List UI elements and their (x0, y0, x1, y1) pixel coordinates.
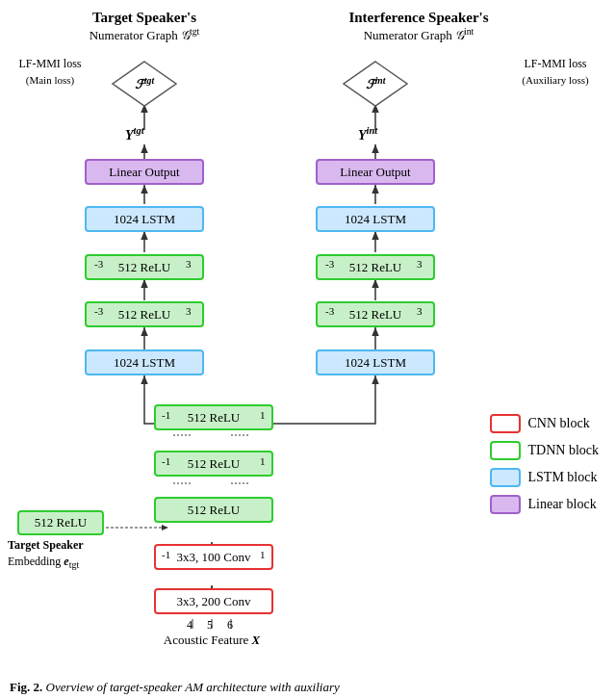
shared-relu1-minus1: -1 (162, 455, 170, 467)
int-lstm1: 1024 LSTM (316, 349, 435, 375)
axis-label-4: 4 (187, 618, 192, 633)
int-relu1-label: 512 ReLU (349, 307, 402, 323)
axis-label-5: 5 (207, 618, 213, 633)
embedding-label: Target Speaker Embedding etgt (8, 537, 114, 572)
tgt-relu1-minus3: -3 (94, 305, 103, 317)
legend: CNN block TDNN block LSTM block Linear b… (490, 414, 600, 514)
fig-caption-text: Overview of target-speaker AM architectu… (46, 680, 340, 694)
cnn1-label: 3x3, 200 Conv (177, 594, 251, 609)
legend-tdnn: TDNN block (490, 441, 600, 460)
int-linear-output: Linear Output (316, 159, 435, 185)
acoustic-feature-label: Acoustic Feature X (135, 633, 289, 648)
left-title-text: Target Speaker's (58, 10, 231, 26)
shared-relu1-plus1: 1 (260, 455, 266, 467)
y-tgt-label: Ytgt (125, 125, 144, 143)
shared-relu2-label: 512 ReLU (188, 410, 241, 426)
tgt-relu2-label: 512 ReLU (118, 260, 171, 275)
tgt-lstm2: 1024 LSTM (85, 206, 204, 232)
tgt-linear-output: Linear Output (85, 159, 204, 185)
cnn2-label: 3x3, 100 Conv (177, 550, 251, 565)
int-lstm2-label: 1024 LSTM (345, 212, 406, 227)
embedding-relu: 512 ReLU (17, 510, 104, 535)
left-subtitle-text: Numerator Graph 𝒢tgt (58, 26, 231, 43)
int-relu2-label: 512 ReLU (349, 260, 402, 275)
legend-linear-box (490, 495, 521, 514)
left-diamond-label: ℱtgt (135, 75, 154, 92)
int-relu1-minus3: -3 (325, 305, 334, 317)
left-title: Target Speaker's Numerator Graph 𝒢tgt (58, 10, 231, 43)
cnn2: 3x3, 100 Conv (154, 544, 273, 570)
int-linear-output-label: Linear Output (340, 165, 410, 180)
int-relu2-minus3: -3 (325, 258, 334, 270)
shared-relu1-label: 512 ReLU (188, 456, 241, 472)
right-loss-label: LF-MMI loss(Auxiliary loss) (512, 56, 599, 89)
legend-tdnn-box (490, 441, 521, 460)
y-int-label: Yint (358, 125, 377, 143)
diagram-container: Target Speaker's Numerator Graph 𝒢tgt In… (0, 0, 616, 698)
cnn2-plus1: 1 (260, 549, 266, 560)
right-diamond: ℱint (342, 60, 409, 108)
right-title: Interference Speaker's Numerator Graph 𝒢… (318, 10, 520, 43)
tgt-relu1-label: 512 ReLU (118, 307, 171, 323)
shared-relu1: 512 ReLU (154, 451, 273, 477)
legend-linear-label: Linear block (528, 497, 597, 512)
shared-relu2: 512 ReLU (154, 404, 273, 430)
shared-relu0-label: 512 ReLU (188, 503, 241, 518)
fig-caption: Fig. 2. Overview of target-speaker AM ar… (10, 679, 606, 696)
legend-cnn-box (490, 414, 521, 433)
int-lstm1-label: 1024 LSTM (345, 355, 406, 371)
left-loss-label: LF-MMI loss(Main loss) (12, 56, 89, 89)
fig-caption-bold: Fig. 2. (10, 680, 42, 694)
cnn1: 3x3, 200 Conv (154, 588, 273, 614)
embedding-relu-label: 512 ReLU (35, 515, 88, 530)
legend-cnn-label: CNN block (528, 416, 590, 431)
int-relu1-plus3: 3 (417, 305, 423, 317)
legend-linear: Linear block (490, 495, 600, 514)
shared-relu0: 512 ReLU (154, 497, 273, 523)
shared-relu2-plus1: 1 (260, 409, 266, 421)
right-diamond-label: ℱint (366, 75, 386, 92)
tgt-relu2-plus3: 3 (186, 258, 192, 270)
tgt-relu1-plus3: 3 (186, 305, 192, 317)
axis-label-6: 6 (227, 618, 233, 633)
int-lstm2: 1024 LSTM (316, 206, 435, 232)
legend-lstm: LSTM block (490, 468, 600, 487)
tgt-relu2-minus3: -3 (94, 258, 103, 270)
tgt-lstm1: 1024 LSTM (85, 349, 204, 375)
right-title-text: Interference Speaker's (318, 10, 520, 26)
tgt-linear-output-label: Linear Output (109, 165, 179, 180)
cnn2-minus1: -1 (162, 549, 170, 560)
int-relu2-plus3: 3 (417, 258, 423, 270)
legend-tdnn-label: TDNN block (528, 443, 600, 458)
tgt-lstm2-label: 1024 LSTM (114, 212, 175, 227)
legend-lstm-label: LSTM block (528, 470, 598, 485)
left-diamond: ℱtgt (111, 60, 178, 108)
legend-cnn: CNN block (490, 414, 600, 433)
shared-relu2-minus1: -1 (162, 409, 170, 421)
legend-lstm-box (490, 468, 521, 487)
right-subtitle-text: Numerator Graph 𝒢int (318, 26, 520, 43)
tgt-lstm1-label: 1024 LSTM (114, 355, 175, 371)
